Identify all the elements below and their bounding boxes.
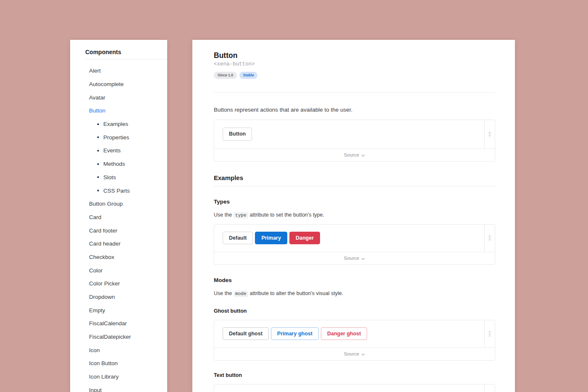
ghost-button-heading: Ghost button <box>214 308 495 314</box>
page-title: Button <box>214 51 495 60</box>
sidebar-item-icon[interactable]: Icon <box>70 343 167 357</box>
types-heading: Types <box>214 199 495 205</box>
sidebar-item-alert[interactable]: Alert <box>70 64 167 78</box>
components-sidebar: Components Alert Autocomplete Avatar But… <box>70 40 167 392</box>
component-tag: <xena-button> <box>214 61 495 67</box>
source-toggle[interactable]: Source <box>214 149 495 161</box>
types-demo-preview: Default Primary Danger <box>214 225 484 252</box>
badge-row: Since 1.0 Stable <box>214 72 495 79</box>
sidebar-item-card[interactable]: Card <box>70 211 167 224</box>
sidebar-subitem-slots[interactable]: Slots <box>70 171 167 184</box>
grip-icon <box>488 131 491 137</box>
preview-resize-handle[interactable] <box>484 120 495 149</box>
source-label: Source <box>344 152 359 157</box>
preview-resize-handle[interactable] <box>484 384 495 392</box>
sidebar-nav: Alert Autocomplete Avatar Button Example… <box>70 64 167 392</box>
default-ghost-button[interactable]: Default ghost <box>223 327 269 340</box>
stable-badge: Stable <box>239 72 258 79</box>
mode-attr-code: mode <box>234 290 248 297</box>
chevron-down-icon <box>361 153 365 158</box>
sidebar-item-icon-button[interactable]: Icon Button <box>70 357 167 370</box>
sidebar-item-color[interactable]: Color <box>70 264 167 277</box>
text-demo-preview: Default text Primary text Danger text <box>214 384 484 392</box>
type-attr-code: type <box>234 212 248 219</box>
examples-heading: Examples <box>214 174 495 186</box>
types-demo-box: Default Primary Danger Source <box>214 224 495 265</box>
grip-icon <box>488 235 491 241</box>
ghost-demo-preview: Default ghost Primary ghost Danger ghost <box>214 320 484 348</box>
ghost-demo-box: Default ghost Primary ghost Danger ghost… <box>214 320 495 361</box>
sidebar-item-icon-library[interactable]: Icon Library <box>70 370 167 384</box>
source-label: Source <box>344 351 359 356</box>
danger-ghost-button[interactable]: Danger ghost <box>321 327 368 340</box>
preview-resize-handle[interactable] <box>484 320 495 348</box>
sidebar-subitem-events[interactable]: Events <box>70 144 167 157</box>
source-toggle[interactable]: Source <box>214 252 495 264</box>
sidebar-item-dropdown[interactable]: Dropdown <box>70 290 167 304</box>
since-badge: Since 1.0 <box>214 72 237 79</box>
chevron-down-icon <box>361 352 365 357</box>
header-divider <box>214 92 495 93</box>
preview-resize-handle[interactable] <box>484 225 495 252</box>
sidebar-item-autocomplete[interactable]: Autocomplete <box>70 78 167 91</box>
default-button[interactable]: Default <box>223 232 253 245</box>
chevron-down-icon <box>361 256 365 261</box>
main-content-panel: Button <xena-button> Since 1.0 Stable Bu… <box>192 40 515 392</box>
basic-demo-preview: Button <box>214 120 484 149</box>
sidebar-item-button-group[interactable]: Button Group <box>70 197 167 211</box>
primary-ghost-button[interactable]: Primary ghost <box>271 327 319 340</box>
sidebar-item-input[interactable]: Input <box>70 384 167 392</box>
demo-button[interactable]: Button <box>223 128 252 141</box>
sidebar-item-card-footer[interactable]: Card footer <box>70 224 167 237</box>
grip-icon <box>488 331 491 337</box>
sidebar-item-avatar[interactable]: Avatar <box>70 91 167 104</box>
sidebar-item-fiscalcalendar[interactable]: FiscalCalendar <box>70 317 167 330</box>
text-button-heading: Text button <box>214 372 495 378</box>
danger-button[interactable]: Danger <box>289 232 320 245</box>
sidebar-item-button[interactable]: Button <box>70 104 167 118</box>
sidebar-title: Components <box>85 49 167 60</box>
sidebar-item-empty[interactable]: Empty <box>70 303 167 317</box>
source-toggle[interactable]: Source <box>214 348 495 360</box>
types-description: Use thetypeattribute to set the button's… <box>214 212 495 218</box>
sidebar-item-card-header[interactable]: Card header <box>70 237 167 251</box>
sidebar-item-checkbox[interactable]: Checkbox <box>70 251 167 264</box>
sidebar-subitem-css-parts[interactable]: CSS Parts <box>70 184 167 197</box>
source-label: Source <box>344 256 359 261</box>
sidebar-subitem-properties[interactable]: Properties <box>70 131 167 144</box>
modes-description: Use themodeattribute to alter the button… <box>214 290 495 296</box>
basic-demo-box: Button Source <box>214 120 495 162</box>
primary-button[interactable]: Primary <box>255 232 287 245</box>
sidebar-item-fiscaldatepicker[interactable]: FiscalDatepicker <box>70 330 167 344</box>
text-demo-box: Default text Primary text Danger text So… <box>214 384 495 392</box>
sidebar-subitem-examples[interactable]: Examples <box>70 118 167 131</box>
sidebar-item-color-picker[interactable]: Color Picker <box>70 277 167 290</box>
modes-heading: Modes <box>214 277 495 283</box>
sidebar-subitem-methods[interactable]: Methods <box>70 157 167 171</box>
intro-text: Buttons represent actions that are avail… <box>214 107 495 113</box>
